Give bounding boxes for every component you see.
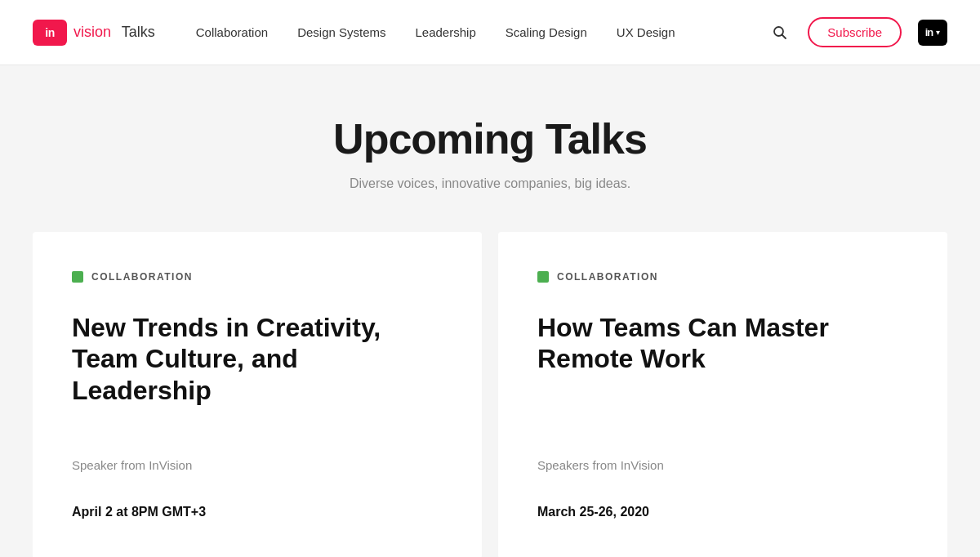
talk-card-2[interactable]: COLLABORATION How Teams Can Master Remot… [498, 232, 947, 557]
card-1-category-area: COLLABORATION [72, 271, 443, 283]
hero-section: Upcoming Talks Diverse voices, innovativ… [0, 65, 980, 232]
category-dot-2 [537, 271, 549, 283]
search-icon [772, 25, 788, 41]
card-1-speaker: Speaker from InVision [72, 458, 443, 472]
category-dot-1 [72, 271, 83, 283]
cards-section: COLLABORATION New Trends in Creativity, … [0, 232, 980, 557]
nav-item-collaboration[interactable]: Collaboration [196, 25, 268, 39]
logo-box: in [33, 20, 67, 46]
card-2-category-area: COLLABORATION [537, 271, 908, 283]
card-2-category-label: COLLABORATION [557, 271, 658, 283]
chevron-down-icon: ▾ [936, 28, 940, 37]
talk-card-1[interactable]: COLLABORATION New Trends in Creativity, … [33, 232, 482, 557]
hero-subtitle: Diverse voices, innovative companies, bi… [33, 176, 947, 191]
logo-talks: Talks [118, 24, 155, 41]
logo-in-text: in [45, 26, 54, 39]
nav-item-scaling-design[interactable]: Scaling Design [506, 25, 587, 39]
subscribe-button[interactable]: Subscribe [808, 17, 902, 47]
main-nav: Collaboration Design Systems Leadership … [196, 25, 769, 39]
search-button[interactable] [768, 21, 791, 44]
card-2-speaker: Speakers from InVision [537, 458, 908, 472]
svg-line-1 [782, 34, 786, 38]
in-menu-icon: in [925, 26, 933, 38]
nav-item-design-systems[interactable]: Design Systems [297, 25, 385, 39]
in-menu-button[interactable]: in ▾ [918, 20, 947, 46]
hero-title: Upcoming Talks [33, 114, 947, 163]
header-actions: Subscribe in ▾ [768, 17, 947, 47]
card-1-title: New Trends in Creativity, Team Culture, … [72, 312, 443, 435]
logo-brand-red: vision [74, 24, 111, 41]
card-1-date: April 2 at 8PM GMT+3 [72, 505, 443, 519]
nav-item-ux-design[interactable]: UX Design [617, 25, 675, 39]
card-2-date: March 25-26, 2020 [537, 505, 908, 519]
card-2-title: How Teams Can Master Remote Work [537, 312, 908, 435]
logo-area: in vision Talks [33, 20, 155, 46]
card-1-category-label: COLLABORATION [91, 271, 193, 283]
cards-grid: COLLABORATION New Trends in Creativity, … [33, 232, 947, 557]
nav-item-leadership[interactable]: Leadership [416, 25, 476, 39]
header: in vision Talks Collaboration Design Sys… [0, 0, 980, 65]
